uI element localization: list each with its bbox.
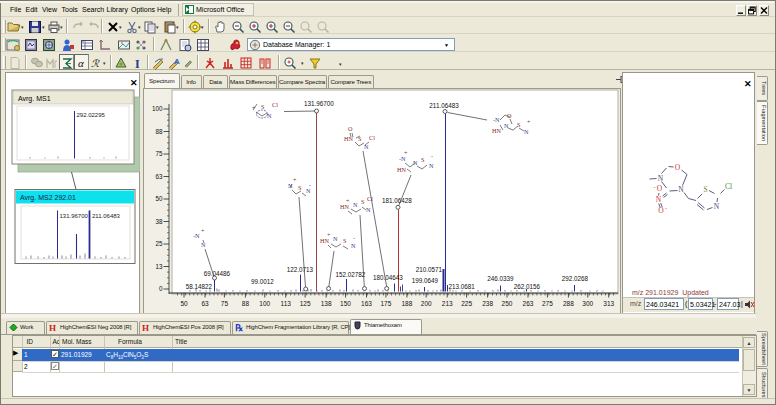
svg-text:S: S [703, 185, 707, 194]
svg-text:N: N [267, 112, 272, 119]
svg-text:131.96700: 131.96700 [60, 213, 89, 219]
svg-text:181.06428: 181.06428 [382, 197, 412, 204]
svg-text:-: - [353, 235, 355, 241]
svg-text:-N: -N [399, 155, 406, 162]
svg-text:163: 163 [361, 300, 372, 307]
svg-text:88: 88 [155, 128, 163, 135]
svg-text:N: N [656, 195, 662, 204]
svg-text:99.0012: 99.0012 [251, 278, 274, 285]
svg-text:N: N [429, 162, 434, 169]
svg-text:N: N [658, 174, 664, 183]
svg-text:88: 88 [242, 300, 250, 307]
svg-text:113: 113 [281, 300, 292, 307]
svg-text:262.0156: 262.0156 [514, 283, 541, 290]
svg-text:℞: ℞ [235, 323, 243, 332]
svg-text:ℛ: ℛ [91, 58, 100, 69]
svg-text:N: N [524, 128, 529, 135]
svg-text:213.0681: 213.0681 [449, 283, 476, 290]
svg-text:I: I [135, 57, 140, 70]
svg-text:250: 250 [502, 300, 513, 307]
svg-text:Cl: Cl [369, 134, 375, 141]
svg-text:292.02295: 292.02295 [77, 112, 106, 118]
svg-text:Avrg. MS2 292.01: Avrg. MS2 292.01 [20, 194, 76, 202]
svg-text:199.0649: 199.0649 [412, 277, 439, 284]
svg-text:O: O [658, 206, 664, 215]
svg-text:152.02782: 152.02782 [336, 271, 366, 278]
svg-text:N: N [714, 202, 720, 211]
svg-text:S: S [298, 184, 302, 191]
svg-text:N: N [351, 242, 356, 249]
svg-text:HN: HN [340, 203, 349, 210]
svg-text:100: 100 [259, 300, 270, 307]
svg-text:S: S [517, 121, 521, 128]
svg-text:Cl: Cl [725, 182, 732, 191]
svg-text:122.0713: 122.0713 [287, 266, 314, 273]
svg-text:211.06483: 211.06483 [429, 102, 459, 109]
svg-text:75: 75 [155, 150, 163, 157]
svg-text:S: S [421, 156, 425, 163]
svg-text:63: 63 [201, 300, 209, 307]
svg-text:N: N [333, 235, 338, 242]
svg-text:211.06483: 211.06483 [92, 213, 121, 219]
svg-text:N: N [678, 185, 684, 194]
svg-text:O: O [675, 163, 681, 172]
svg-text:HN: HN [344, 135, 353, 142]
svg-text:N: N [306, 187, 311, 194]
svg-text:69.04486: 69.04486 [204, 270, 231, 277]
svg-text:-: - [309, 182, 311, 188]
svg-text:O: O [348, 125, 353, 132]
svg-text:S: S [261, 103, 265, 110]
svg-text:N: N [413, 159, 418, 166]
svg-text:38: 38 [155, 218, 163, 225]
svg-text:138: 138 [321, 300, 332, 307]
svg-text:HN: HN [492, 127, 501, 134]
svg-text:HN: HN [397, 166, 406, 173]
svg-text:275: 275 [542, 300, 553, 307]
svg-text:313: 313 [603, 300, 614, 307]
svg-text:300: 300 [582, 300, 593, 307]
svg-text:O: O [507, 112, 512, 119]
svg-text:N: N [353, 201, 358, 208]
svg-text:75: 75 [221, 300, 229, 307]
svg-text:150: 150 [340, 300, 351, 307]
svg-text:-N: -N [193, 232, 200, 239]
svg-text:N: N [288, 182, 293, 189]
svg-text:Cl: Cl [367, 195, 373, 202]
svg-text:O: O [657, 184, 663, 193]
svg-text:50: 50 [155, 195, 163, 202]
svg-text:292.0268: 292.0268 [562, 275, 589, 282]
svg-text:Cl: Cl [272, 101, 278, 108]
svg-text:N: N [366, 206, 371, 213]
svg-text:HN: HN [320, 237, 329, 244]
svg-text:238: 238 [482, 300, 493, 307]
svg-text:131.96700: 131.96700 [304, 100, 334, 107]
svg-text:188: 188 [401, 300, 412, 307]
svg-text:200: 200 [421, 300, 432, 307]
svg-text:-: - [431, 153, 433, 159]
svg-text:α: α [78, 57, 84, 69]
svg-text:-N: -N [493, 116, 500, 123]
svg-text:213: 213 [442, 300, 453, 307]
svg-text:225: 225 [461, 300, 472, 307]
svg-text:180.04643: 180.04643 [373, 274, 403, 281]
svg-text:25: 25 [155, 240, 163, 247]
svg-text:13: 13 [155, 263, 163, 270]
svg-text:-: - [665, 205, 667, 211]
svg-text:125: 125 [300, 300, 311, 307]
svg-text:63: 63 [155, 173, 163, 180]
svg-text:210.0571: 210.0571 [416, 266, 443, 273]
svg-text:Avrg. MS1: Avrg. MS1 [18, 95, 51, 103]
svg-text:0: 0 [159, 285, 163, 292]
svg-text:A: A [174, 57, 180, 66]
svg-text:263: 263 [523, 300, 534, 307]
svg-text:246.0339: 246.0339 [487, 275, 514, 282]
svg-text:50: 50 [180, 300, 188, 307]
svg-text:100: 100 [152, 105, 163, 112]
svg-text:-: - [654, 184, 656, 190]
svg-text:58.14822: 58.14822 [186, 283, 213, 290]
svg-text:S: S [361, 198, 365, 205]
svg-text:H: H [142, 323, 149, 332]
svg-text:175: 175 [380, 300, 391, 307]
svg-text:H: H [49, 323, 56, 332]
svg-text:S: S [343, 237, 347, 244]
